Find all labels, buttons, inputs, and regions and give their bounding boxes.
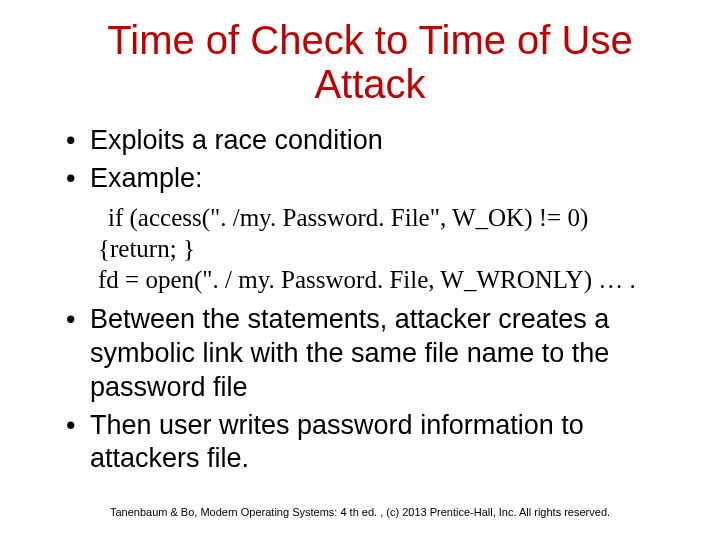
code-line: fd = open(". / my. Password. File, W_WRO… <box>98 264 680 295</box>
bullet-item: Between the statements, attacker creates… <box>64 303 680 404</box>
code-line: if (access(". /my. Password. File", W_OK… <box>108 202 680 233</box>
bullet-text: Then user writes password information to… <box>90 410 584 474</box>
code-line: {return; } <box>98 233 680 264</box>
bullet-item: Exploits a race condition <box>64 124 680 158</box>
footer-citation: Tanenbaum & Bo, Modern Operating Systems… <box>0 506 720 518</box>
bullet-list: Exploits a race condition Example: <box>64 124 680 196</box>
bullet-text: Example: <box>90 163 203 193</box>
bullet-list: Between the statements, attacker creates… <box>64 303 680 476</box>
bullet-item: Then user writes password information to… <box>64 409 680 477</box>
slide: Time of Check to Time of Use Attack Expl… <box>0 0 720 540</box>
slide-title: Time of Check to Time of Use Attack <box>60 18 680 106</box>
bullet-item: Example: <box>64 162 680 196</box>
bullet-text: Exploits a race condition <box>90 125 383 155</box>
code-block: if (access(". /my. Password. File", W_OK… <box>98 202 680 296</box>
bullet-text: Between the statements, attacker creates… <box>90 304 609 402</box>
